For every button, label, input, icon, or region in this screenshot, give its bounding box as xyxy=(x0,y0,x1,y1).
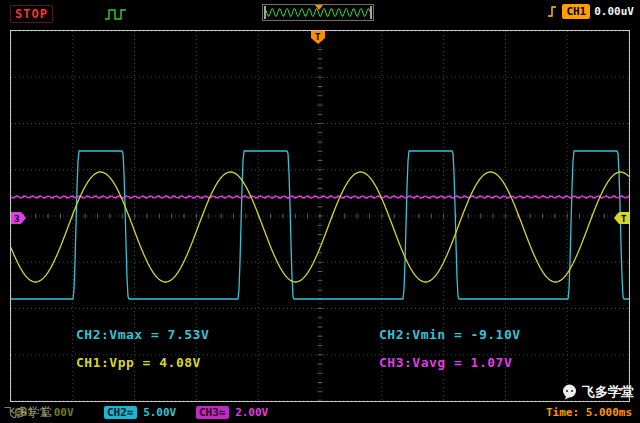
trigger-position-marker[interactable]: T xyxy=(311,31,325,45)
ch2-badge: CH2≈ xyxy=(104,406,137,419)
measurement-ch2-vmax: CH2:Vmax = 7.53V xyxy=(76,327,209,342)
trigger-position-label: T xyxy=(315,32,321,42)
ch3-readout[interactable]: CH3≈ 2.00V xyxy=(196,406,268,419)
bottom-readout-bar: CH1 1.00V CH2≈ 5.00V CH3≈ 2.00V Time: 5.… xyxy=(0,403,640,423)
trigger-level-label: T xyxy=(621,214,627,224)
square-wave-icon xyxy=(104,7,128,22)
timebase-readout: Time: 5.000ms xyxy=(546,406,632,419)
run-state-indicator[interactable]: STOP xyxy=(10,5,53,23)
ch2-scale-value: 5.00V xyxy=(143,406,176,419)
watermark-left: 飞多学堂 xyxy=(4,404,52,421)
trigger-info-cluster: CH1 0.00uV xyxy=(546,4,634,19)
ch3-badge: CH3≈ xyxy=(196,406,229,419)
measurement-ch2-vmin: CH2:Vmin = -9.10V xyxy=(379,327,521,342)
top-status-bar: STOP CH1 0.00uV xyxy=(0,0,640,29)
trigger-level-marker[interactable]: T xyxy=(613,212,629,224)
trigger-level-value: 0.00uV xyxy=(594,5,634,18)
ch2-readout[interactable]: CH2≈ 5.00V xyxy=(104,406,176,419)
preview-waveform xyxy=(263,5,373,20)
waveform-canvas xyxy=(11,31,629,401)
ch3-scale-value: 2.00V xyxy=(235,406,268,419)
chat-bubble-icon xyxy=(562,384,578,400)
watermark-right-text: 飞多学堂 xyxy=(582,383,634,401)
measurement-ch3-vavg: CH3:Vavg = 1.07V xyxy=(379,355,512,370)
measurement-ch1-vpp: CH1:Vpp = 4.08V xyxy=(76,355,201,370)
graticule-area: T 3 T CH2:Vmax = 7.53V CH1:Vpp = 4.08V C… xyxy=(10,30,630,402)
ch3-position-marker[interactable]: 3 xyxy=(11,212,27,224)
watermark-right: 飞多学堂 xyxy=(562,383,634,401)
oscilloscope-display: STOP CH1 0.00uV T 3 T xyxy=(0,0,640,423)
trigger-source-badge[interactable]: CH1 xyxy=(562,4,590,19)
graticule-grid xyxy=(11,31,629,401)
trigger-position-preview[interactable] xyxy=(262,4,374,21)
ch3-position-label: 3 xyxy=(14,214,19,224)
rising-edge-icon xyxy=(546,4,558,19)
